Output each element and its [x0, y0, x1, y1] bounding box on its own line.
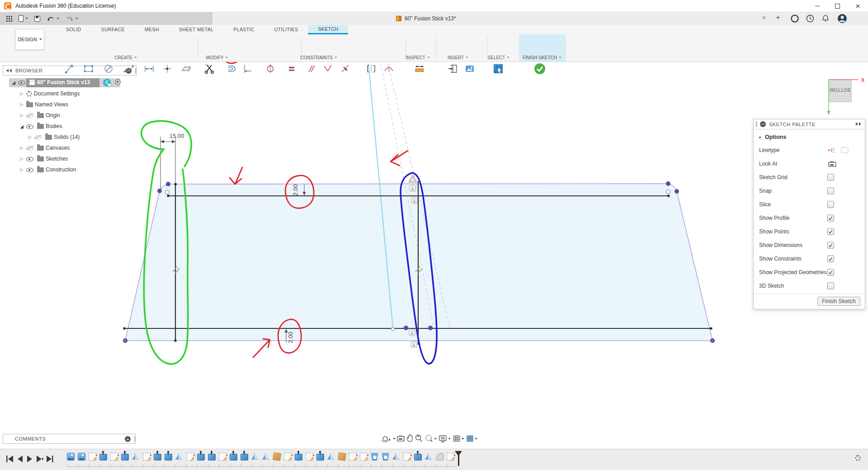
timeline-step-forward-icon[interactable] [37, 456, 43, 462]
visibility-eye-icon[interactable] [26, 123, 33, 129]
expand-icon[interactable]: ▷ [19, 102, 24, 107]
timeline-marker-head-icon[interactable] [455, 451, 462, 456]
undo-icon[interactable] [47, 15, 55, 22]
visibility-eye-icon[interactable] [26, 156, 33, 162]
curvature-constraint-tool[interactable] [381, 61, 396, 76]
extensions-icon[interactable] [790, 14, 799, 23]
expand-icon[interactable]: ▷ [19, 157, 24, 161]
expand-icon[interactable]: ◢ [19, 124, 24, 129]
document-tab[interactable]: 60" Fusion Stick v13* [396, 12, 456, 25]
tree-row-construction[interactable]: ▷ Construction [3, 164, 76, 175]
tree-row-named-views[interactable]: ▷ Named Views [3, 99, 68, 110]
dimension-top[interactable]: 2.00 [292, 184, 306, 195]
visibility-eye-off-icon[interactable] [26, 112, 33, 119]
rectangle-tool[interactable] [81, 61, 96, 76]
timeline-feature-mirror[interactable] [132, 453, 140, 461]
expand-icon[interactable]: ◢ [11, 80, 16, 85]
group-insert[interactable]: INSERT [438, 54, 478, 61]
extend-tool[interactable] [240, 61, 255, 76]
timeline-feature-mirror[interactable] [392, 453, 400, 461]
insert-tool[interactable] [445, 61, 461, 76]
show-projected-geometries-checkbox[interactable] [827, 269, 834, 276]
timeline-feature-extrude[interactable] [154, 454, 161, 461]
timeline-feature-mirror[interactable] [425, 453, 433, 461]
app-launcher-icon[interactable] [6, 16, 12, 22]
dim-bottom-value[interactable]: 2.00 [287, 332, 294, 343]
palette-header[interactable]: SKETCH PALETTE [754, 119, 865, 129]
zoom-caret-icon[interactable] [434, 438, 437, 440]
dock-panel-icon[interactable] [855, 122, 861, 126]
timeline-feature-mirror[interactable] [251, 453, 259, 461]
circle-tool[interactable] [101, 61, 116, 76]
timeline-feature-combine[interactable] [273, 452, 281, 461]
viewports-icon[interactable] [467, 436, 473, 442]
timeline-feature-sketch[interactable] [306, 453, 313, 461]
timeline-feature-extrude[interactable] [165, 454, 172, 461]
pan-icon[interactable] [407, 435, 412, 442]
timeline-feature-extrude[interactable] [241, 454, 248, 461]
expand-icon[interactable]: ▷ [27, 135, 33, 139]
panel-grip[interactable] [134, 436, 136, 442]
undo-caret-icon[interactable] [57, 18, 59, 19]
select-tool[interactable] [491, 61, 506, 76]
timeline-feature-sketch[interactable] [110, 453, 118, 461]
viewcube[interactable]: BOTTOM X [827, 77, 865, 115]
visibility-eye-off-icon[interactable] [26, 145, 33, 151]
trim-tool[interactable] [202, 61, 217, 76]
insert-image-tool[interactable] [462, 61, 477, 76]
sketch-profile[interactable] [125, 184, 712, 341]
snap-checkbox[interactable] [827, 188, 834, 195]
timeline-feature-sketch[interactable] [143, 453, 151, 461]
symmetry-constraint-tool[interactable] [363, 61, 379, 76]
panel-grip[interactable] [756, 121, 757, 127]
new-document-tab-icon[interactable]: + [776, 13, 780, 22]
options-section-header[interactable]: Options [758, 134, 786, 140]
show-dimensions-checkbox[interactable] [827, 242, 834, 249]
look-at-icon[interactable] [397, 436, 404, 441]
file-menu-caret-icon[interactable] [25, 18, 28, 19]
expand-icon[interactable]: ▷ [19, 113, 24, 118]
timeline-feature-hole[interactable] [382, 453, 389, 461]
show-points-checkbox[interactable] [827, 228, 834, 235]
timeline-feature-sketch[interactable] [360, 453, 368, 461]
tab-sketch[interactable]: SKETCH [308, 25, 348, 34]
3d-sketch-checkbox[interactable] [827, 283, 834, 290]
timeline-settings-gear-icon[interactable] [855, 455, 861, 461]
coincident-constraint-tool[interactable] [320, 61, 335, 76]
grid-settings-icon[interactable] [453, 436, 460, 442]
cloud-status-badge[interactable]: C [103, 79, 111, 86]
group-inspect[interactable]: INSPECT [395, 54, 440, 61]
expand-icon[interactable]: ▷ [19, 167, 24, 172]
sketch-scale-tool[interactable] [284, 61, 299, 76]
timeline-feature-extrude[interactable] [99, 454, 107, 461]
construction-linetype-icon[interactable] [827, 146, 837, 154]
timeline-go-to-start-icon[interactable] [6, 456, 13, 462]
projected-linetype-icon[interactable] [840, 146, 850, 154]
timeline-feature-sketch[interactable] [403, 453, 411, 461]
spline-tool[interactable] [121, 61, 137, 76]
show-profile-checkbox[interactable] [827, 215, 834, 222]
save-icon[interactable] [34, 16, 40, 22]
tab-sheet-metal[interactable]: SHEET METAL [169, 25, 223, 34]
timeline-feature-extrude[interactable] [121, 454, 129, 461]
sketch-lines[interactable] [124, 181, 711, 345]
maximize-button[interactable] [827, 0, 848, 12]
zoom-window-icon[interactable] [426, 435, 432, 442]
timeline-feature-sketch[interactable] [447, 453, 454, 461]
timeline-feature-extrude[interactable] [316, 454, 324, 461]
measure-tool[interactable] [412, 61, 427, 76]
redo-icon[interactable] [66, 15, 74, 22]
hide-palette-icon[interactable] [760, 121, 766, 127]
group-finish-sketch[interactable]: FINISH SKETCH [513, 54, 571, 61]
group-modify[interactable]: MODIFY [190, 54, 244, 61]
notifications-bell-icon[interactable] [821, 14, 830, 23]
minimize-button[interactable] [807, 0, 827, 12]
timeline-feature-extrude[interactable] [414, 454, 422, 461]
group-create[interactable]: CREATE [99, 54, 153, 61]
display-settings-icon[interactable] [439, 436, 446, 442]
tab-surface[interactable]: SURFACE [91, 25, 135, 34]
timeline-feature-combine[interactable] [338, 452, 346, 461]
timeline-feature-sketch[interactable] [284, 453, 292, 461]
collapse-panel-icon[interactable] [6, 69, 13, 72]
tree-row-sketches[interactable]: ▷ Sketches [3, 153, 68, 164]
